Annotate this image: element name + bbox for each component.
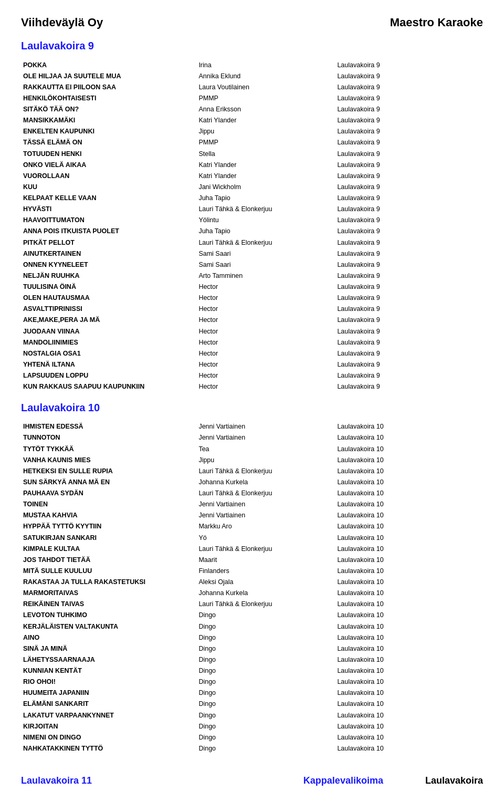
song-title: SATUKIRJAN SANKARI <box>21 532 196 543</box>
table-row: LEVOTON TUHKIMODingoLaulavakoira 10 <box>21 610 483 621</box>
song-title: MARMORITAIVAS <box>21 588 196 599</box>
song-album: Laulavakoira 10 <box>335 510 483 521</box>
table-row: YHTENÄ ILTANAHectorLaulavakoira 9 <box>21 359 483 370</box>
song-album: Laulavakoira 10 <box>335 710 483 721</box>
table-row: SITÄKÖ TÄÄ ON?Anna ErikssonLaulavakoira … <box>21 104 483 115</box>
table-row: AINUTKERTAINENSami SaariLaulavakoira 9 <box>21 248 483 259</box>
song-album: Laulavakoira 9 <box>335 315 483 326</box>
table-row: SINÄ JA MINÄDingoLaulavakoira 10 <box>21 643 483 654</box>
song-album: Laulavakoira 9 <box>335 137 483 148</box>
song-album: Laulavakoira 10 <box>335 499 483 510</box>
song-album: Laulavakoira 10 <box>335 621 483 632</box>
song-title: IHMISTEN EDESSÄ <box>21 421 196 432</box>
song-artist: Katri Ylander <box>196 115 335 126</box>
table-row: LAPSUUDEN LOPPUHectorLaulavakoira 9 <box>21 370 483 381</box>
song-title: POKKA <box>21 59 196 70</box>
song-album: Laulavakoira 9 <box>335 92 483 103</box>
song-album: Laulavakoira 9 <box>335 337 483 348</box>
song-album: Laulavakoira 9 <box>335 348 483 359</box>
table-row: RAKASTAA JA TULLA RAKASTETUKSIAleksi Oja… <box>21 577 483 588</box>
song-artist: Sami Saari <box>196 259 335 270</box>
song-title: KUNNIAN KENTÄT <box>21 665 196 676</box>
song-title: KIRJOITAN <box>21 721 196 732</box>
table-row: NELJÄN RUUHKAArto TamminenLaulavakoira 9 <box>21 270 483 281</box>
song-album: Laulavakoira 9 <box>335 181 483 192</box>
song-artist: Dingo <box>196 643 335 654</box>
footer-right-value: Laulavakoira <box>425 775 483 786</box>
song-artist: Sami Saari <box>196 248 335 259</box>
song-album: Laulavakoira 9 <box>335 237 483 248</box>
song-album: Laulavakoira 10 <box>335 454 483 465</box>
song-title: HYVÄSTI <box>21 204 196 215</box>
song-title: RAKKAUTTA EI PIILOON SAA <box>21 81 196 92</box>
song-title: HAAVOITTUMATON <box>21 215 196 226</box>
table-row: ANNA POIS ITKUISTA PUOLETJuha TapioLaula… <box>21 226 483 237</box>
song-album: Laulavakoira 10 <box>335 543 483 554</box>
song-title: ANNA POIS ITKUISTA PUOLET <box>21 226 196 237</box>
brand-name: Maestro Karaoke <box>390 16 483 29</box>
song-album: Laulavakoira 10 <box>335 610 483 621</box>
song-album: Laulavakoira 9 <box>335 381 483 392</box>
song-artist: Juha Tapio <box>196 226 335 237</box>
song-title: ENKELTEN KAUPUNKI <box>21 126 196 137</box>
song-artist: Annika Eklund <box>196 70 335 81</box>
table-row: LAKATUT VARPAANKYNNETDingoLaulavakoira 1… <box>21 710 483 721</box>
footer-right-label: Kappalevalikoima <box>303 775 383 786</box>
table-row: PITKÄT PELLOTLauri Tähkä & ElonkerjuuLau… <box>21 237 483 248</box>
song-album: Laulavakoira 9 <box>335 115 483 126</box>
table-row: KUUJani WickholmLaulavakoira 9 <box>21 181 483 192</box>
song-title: AINUTKERTAINEN <box>21 248 196 259</box>
song-artist: Lauri Tähkä & Elonkerjuu <box>196 237 335 248</box>
song-artist: Dingo <box>196 610 335 621</box>
table-row: TOTUUDEN HENKIStellaLaulavakoira 9 <box>21 148 483 159</box>
song-album: Laulavakoira 10 <box>335 654 483 665</box>
song-title: MANDOLIINIMIES <box>21 337 196 348</box>
song-title: TOINEN <box>21 499 196 510</box>
song-artist: Hector <box>196 348 335 359</box>
table-row: ASVALTTIPRINISSIHectorLaulavakoira 9 <box>21 304 483 315</box>
table-row: AKE,MAKE,PERA JA MÄHectorLaulavakoira 9 <box>21 315 483 326</box>
song-artist: Markku Aro <box>196 521 335 532</box>
song-artist: Dingo <box>196 721 335 732</box>
song-artist: PMMP <box>196 137 335 148</box>
song-title: LAKATUT VARPAANKYNNET <box>21 710 196 721</box>
table-row: MITÄ SULLE KUULUUFinlandersLaulavakoira … <box>21 565 483 576</box>
song-artist: Dingo <box>196 676 335 688</box>
song-title: KUN RAKKAUS SAAPUU KAUPUNKIIN <box>21 381 196 392</box>
song-title: LÄHETYSSAARNAAJA <box>21 654 196 665</box>
song-title: OLEN HAUTAUSMAA <box>21 293 196 304</box>
song-album: Laulavakoira 10 <box>335 432 483 443</box>
song-title: HYPPÄÄ TYTTÖ KYYTIIN <box>21 521 196 532</box>
song-title: TUULISINA ÖINÄ <box>21 282 196 293</box>
song-title: LAPSUUDEN LOPPU <box>21 370 196 381</box>
song-title: VANHA KAUNIS MIES <box>21 454 196 465</box>
table-row: TOINENJenni VartiainenLaulavakoira 10 <box>21 499 483 510</box>
song-artist: Aleksi Ojala <box>196 577 335 588</box>
song-artist: Juha Tapio <box>196 193 335 204</box>
table-row: HYVÄSTILauri Tähkä & ElonkerjuuLaulavako… <box>21 204 483 215</box>
table-row: HAAVOITTUMATONYölintuLaulavakoira 9 <box>21 215 483 226</box>
song-table-1: IHMISTEN EDESSÄJenni VartiainenLaulavako… <box>21 421 483 754</box>
song-title: SUN SÄRKYÄ ANNA MÄ EN <box>21 476 196 487</box>
table-row: MANSIKKAMÄKIKatri YlanderLaulavakoira 9 <box>21 115 483 126</box>
table-row: HYPPÄÄ TYTTÖ KYYTIINMarkku AroLaulavakoi… <box>21 521 483 532</box>
song-artist: Dingo <box>196 688 335 699</box>
table-row: KUNNIAN KENTÄTDingoLaulavakoira 10 <box>21 665 483 676</box>
song-title: YHTENÄ ILTANA <box>21 359 196 370</box>
table-row: SUN SÄRKYÄ ANNA MÄ ENJohanna KurkelaLaul… <box>21 476 483 487</box>
song-artist: Arto Tamminen <box>196 270 335 281</box>
song-album: Laulavakoira 10 <box>335 643 483 654</box>
song-title: MUSTAA KAHVIA <box>21 510 196 521</box>
song-title: PAUHAAVA SYDÄN <box>21 488 196 499</box>
song-album: Laulavakoira 9 <box>335 248 483 259</box>
table-row: RIO OHOI!DingoLaulavakoira 10 <box>21 676 483 688</box>
song-artist: Katri Ylander <box>196 170 335 181</box>
song-album: Laulavakoira 9 <box>335 204 483 215</box>
next-section-label: Laulavakoira 11 <box>21 775 92 786</box>
song-artist: Lauri Tähkä & Elonkerjuu <box>196 204 335 215</box>
song-album: Laulavakoira 10 <box>335 732 483 743</box>
song-album: Laulavakoira 9 <box>335 304 483 315</box>
song-artist: Hector <box>196 381 335 392</box>
song-album: Laulavakoira 10 <box>335 721 483 732</box>
song-album: Laulavakoira 10 <box>335 699 483 710</box>
